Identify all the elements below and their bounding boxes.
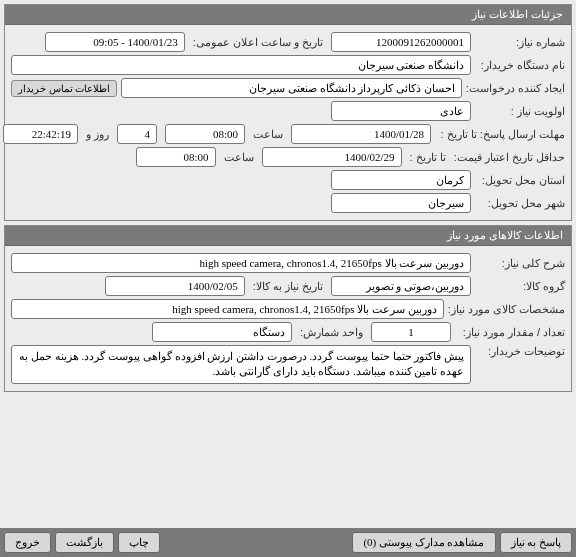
days-and-label: روز و [82, 128, 113, 141]
delivery-province-label: استان محل تحویل: [475, 174, 565, 187]
unit-label: واحد شمارش: [296, 326, 367, 339]
deadline-time-field[interactable] [165, 124, 245, 144]
exit-button[interactable]: خروج [4, 532, 51, 553]
need-details-panel: جزئیات اطلاعات نیاز شماره نیاز: تاریخ و … [4, 4, 572, 221]
desc-field[interactable] [11, 253, 471, 273]
qty-label: تعداد / مقدار مورد نیاز: [455, 326, 565, 339]
buyer-contact-button[interactable]: اطلاعات تماس خریدار [11, 80, 117, 97]
buyer-org-field[interactable] [11, 55, 471, 75]
credit-time-field[interactable] [136, 147, 216, 167]
back-button[interactable]: بازگشت [55, 532, 114, 553]
need-date-field[interactable] [105, 276, 245, 296]
group-label: گروه کالا: [475, 280, 565, 293]
days-remaining-field [117, 124, 157, 144]
buyer-notes-label: توضیحات خریدار: [475, 345, 565, 358]
priority-field[interactable] [331, 101, 471, 121]
group-field[interactable] [331, 276, 471, 296]
creator-field[interactable] [121, 78, 462, 98]
min-credit-label: حداقل تاریخ اعتبار قیمت: [454, 151, 565, 164]
qty-field[interactable] [371, 322, 451, 342]
public-datetime-label: تاریخ و ساعت اعلان عمومی: [189, 36, 327, 49]
goods-info-panel: اطلاعات کالاهای مورد نیاز شرح کلی نیاز: … [4, 225, 572, 392]
niaz-number-label: شماره نیاز: [475, 36, 565, 49]
priority-label: اولویت نیاز : [475, 105, 565, 118]
credit-date-field[interactable] [262, 147, 402, 167]
unit-field[interactable] [152, 322, 292, 342]
print-button[interactable]: چاپ [118, 532, 160, 553]
until-label: تا تاریخ : [406, 151, 450, 164]
footer-bar: پاسخ به نیاز مشاهده مدارک پیوستی (0) چاپ… [0, 528, 576, 557]
public-datetime-field[interactable] [45, 32, 185, 52]
delivery-city-label: شهر محل تحویل: [475, 197, 565, 210]
creator-label: ایجاد کننده درخواست: [466, 82, 565, 95]
item-spec-field[interactable] [11, 299, 444, 319]
niaz-number-field[interactable] [331, 32, 471, 52]
buyer-org-label: نام دستگاه خریدار: [475, 59, 565, 72]
delivery-city-field[interactable] [331, 193, 471, 213]
reply-button[interactable]: پاسخ به نیاز [500, 532, 573, 553]
time-label-1: ساعت [249, 128, 287, 141]
buyer-notes-field[interactable]: پیش فاکتور حتما حتما پیوست گردد. درصورت … [11, 345, 471, 384]
delivery-province-field[interactable] [331, 170, 471, 190]
desc-label: شرح کلی نیاز: [475, 257, 565, 270]
deadline-label: مهلت ارسال پاسخ: تا تاریخ : [435, 128, 565, 141]
deadline-date-field[interactable] [291, 124, 431, 144]
panel2-title: اطلاعات کالاهای مورد نیاز [5, 226, 571, 246]
item-spec-label: مشخصات کالای مورد نیاز: [448, 303, 565, 316]
countdown-field [3, 124, 78, 144]
need-date-label: تاریخ نیاز به کالا: [249, 280, 327, 293]
attachments-button[interactable]: مشاهده مدارک پیوستی (0) [352, 532, 495, 553]
panel1-title: جزئیات اطلاعات نیاز [5, 5, 571, 25]
time-label-2: ساعت [220, 151, 258, 164]
